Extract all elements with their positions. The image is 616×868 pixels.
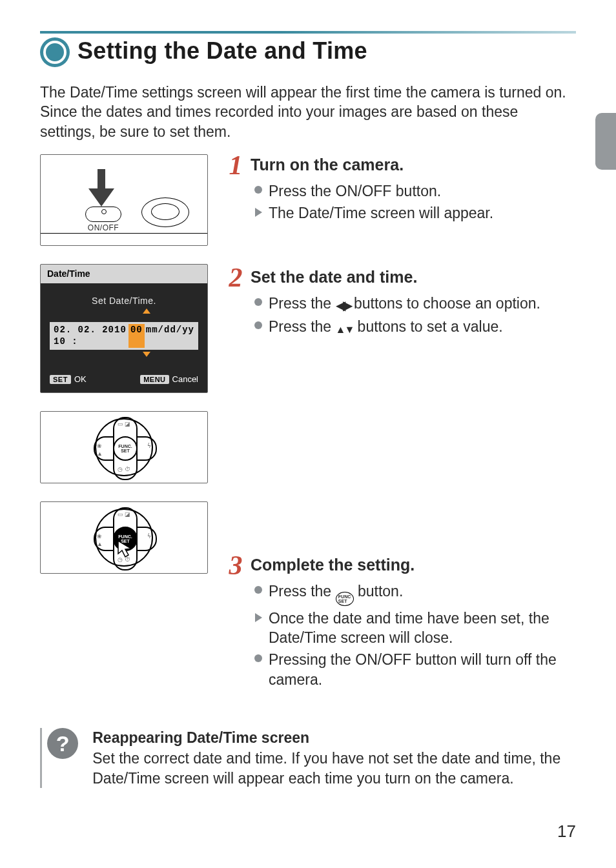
wheel-glyph-top: ▭ ◪ [95,511,153,519]
section-heading: Setting the Date and Time [40,31,576,71]
bullet-text: Press the [269,583,336,600]
bullet-dot-icon [254,654,262,662]
step-bullet: Press the FUNCSET button. [254,581,576,606]
svg-marker-1 [118,541,131,557]
wheel-glyph-right: ϟ [147,533,151,541]
triangle-up-icon [143,308,150,314]
wheel-glyph-left: ❀▲ [97,443,103,458]
bullet-triangle-icon [255,208,262,217]
bullet-text: Press the [269,295,336,312]
bullet-text: Press the [269,318,336,335]
step-bullet: Press the ON/OFF button. [254,181,576,201]
tip-body-text: Set the correct date and time. If you ha… [92,749,576,788]
wheel-glyph-bottom: ◷ ⏱ [95,466,153,474]
func-set-center: FUNC. SET [113,436,138,461]
heading-rule [40,31,576,34]
onoff-button-graphic: ON/OFF [81,207,126,234]
bullet-text: The Date/Time screen will appear. [269,205,493,221]
lcd-value-post: mm/dd/yy [146,324,194,348]
bullet-dot-icon [254,321,262,329]
intro-paragraph: The Date/Time settings screen will appea… [40,83,576,141]
set-tag: SET [50,375,71,384]
bullet-dot-icon [254,586,262,594]
bullet-text: buttons to choose an option. [350,295,540,312]
svg-marker-0 [88,169,114,207]
figure-control-wheel-press: FUNC. SET ▭ ◪ ◷ ⏱ ❀▲ ϟ [40,501,208,574]
step-1: 1 Turn on the camera. Press the ON/OFF b… [226,154,576,223]
bullet-text: buttons to set a value. [353,318,502,335]
wheel-glyph-top: ▭ ◪ [95,421,153,429]
func-set-icon: FUNCSET [336,592,354,606]
bullet-dot-icon [254,186,262,194]
up-down-arrows-icon: ▲▼ [336,323,354,336]
shutter-graphic [141,197,189,227]
step-bullet: Press the ▲▼ buttons to set a value. [254,317,576,336]
onoff-label: ON/OFF [81,223,126,234]
down-arrow-icon [88,169,114,207]
tip-box: ? Reappearing Date/Time screen Set the c… [40,728,576,788]
bullet-text: button. [354,583,404,600]
lcd-subtitle: Set Date/Time. [41,295,207,307]
step-bullet: Once the date and time have been set, th… [254,609,576,648]
figure-datetime-screen: Date/Time Set Date/Time. 02. 02. 2010 10… [40,264,208,393]
page-number: 17 [557,820,576,842]
step-3: 3 Complete the setting. Press the FUNCSE… [226,554,576,689]
lcd-ok: SETOK [50,374,87,385]
lcd-title: Date/Time [41,265,207,283]
step-number: 2 [226,267,245,290]
step-bullet: Press the ◀▶ buttons to choose an option… [254,294,576,314]
triangle-down-icon [143,352,150,357]
lcd-value-pre: 02. 02. 2010 10 : [54,324,127,348]
step-2: 2 Set the date and time. Press the ◀▶ bu… [226,267,576,336]
cursor-arrow-icon [117,540,136,559]
bullet-text: Once the date and time have been set, th… [269,610,549,646]
lcd-value-highlight: 00 [128,324,145,348]
bullet-text: Press the ON/OFF button. [269,183,441,199]
step-number: 1 [226,154,245,177]
step-title: Turn on the camera. [251,154,404,176]
page-thumb-tab [595,113,616,170]
figure-control-wheel: FUNC. SET ▭ ◪ ◷ ⏱ ❀▲ ϟ [40,411,208,483]
ok-label: OK [74,374,87,384]
heading-bullet-icon [40,37,70,67]
bullet-text: Pressing the ON/OFF button will turn off… [269,651,557,687]
wheel-glyph-right: ϟ [147,443,151,450]
cancel-label: Cancel [172,374,198,384]
question-icon: ? [47,728,78,759]
lcd-cancel: MENUCancel [140,374,198,385]
bullet-dot-icon [254,298,262,306]
tip-bar [40,728,42,788]
lcd-value-row: 02. 02. 2010 10 : 00 mm/dd/yy [50,322,198,350]
bullet-triangle-icon [255,613,262,622]
figure-camera-power: ON/OFF [40,154,208,246]
left-right-arrows-icon: ◀▶ [336,297,350,314]
heading-title: Setting the Date and Time [77,35,367,66]
step-bullet: Pressing the ON/OFF button will turn off… [254,650,576,689]
step-title: Complete the setting. [251,554,415,576]
menu-tag: MENU [140,375,169,384]
step-title: Set the date and time. [251,267,417,288]
wheel-glyph-left: ❀▲ [97,533,103,549]
step-bullet: The Date/Time screen will appear. [254,203,576,223]
step-number: 3 [226,554,245,578]
tip-title: Reappearing Date/Time screen [92,728,576,747]
